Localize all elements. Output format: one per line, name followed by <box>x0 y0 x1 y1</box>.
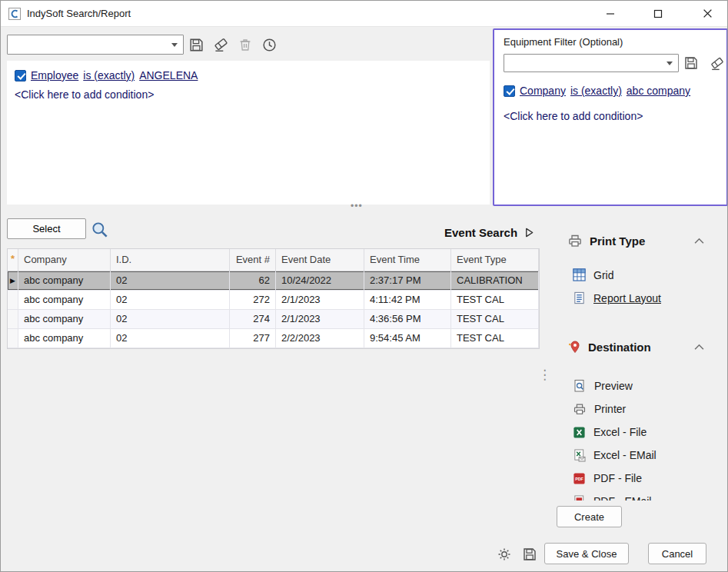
event-search-expander[interactable]: Event Search <box>444 226 535 239</box>
destination-option-printer[interactable]: Printer <box>573 397 723 421</box>
cell-event-type[interactable]: TEST CAL <box>451 329 539 348</box>
cell-event-time[interactable]: 2:37:17 PM <box>364 271 451 290</box>
destination-preview-label: Preview <box>594 380 633 392</box>
chevron-down-icon <box>667 62 673 65</box>
destination-header[interactable]: Destination <box>567 340 704 354</box>
cell-event-number[interactable]: 274 <box>230 310 276 328</box>
cell-company[interactable]: abc company <box>18 271 111 290</box>
employee-condition-operator-link[interactable]: is (exactly) <box>83 69 135 81</box>
destination-option-preview[interactable]: Preview <box>573 374 723 397</box>
column-header-company[interactable]: Company <box>18 249 111 271</box>
pdf-email-icon <box>573 495 586 501</box>
splitter-grip-icon: ••• <box>351 201 363 211</box>
clock-icon <box>261 37 278 53</box>
cell-event-time[interactable]: 4:36:56 PM <box>364 310 451 328</box>
cell-id[interactable]: 02 <box>111 291 230 309</box>
company-condition-value-link[interactable]: abc company <box>627 85 690 97</box>
table-row[interactable]: ▶ abc company 02 62 10/24/2022 2:37:17 P… <box>8 271 539 291</box>
row-indicator <box>8 291 18 309</box>
table-row[interactable]: abc company 02 272 2/1/2023 4:11:42 PM T… <box>8 291 539 310</box>
save-icon <box>188 37 204 53</box>
row-indicator: ▶ <box>8 271 18 290</box>
company-condition-row: Company is (exactly) abc company <box>504 82 690 99</box>
cell-company[interactable]: abc company <box>18 310 111 328</box>
expand-right-icon <box>524 227 535 238</box>
save-search-button[interactable] <box>186 35 206 55</box>
clear-search-button[interactable] <box>211 35 231 55</box>
cell-event-number[interactable]: 277 <box>230 329 276 348</box>
employee-condition-value-link[interactable]: ANGELENA <box>139 69 198 81</box>
employee-condition-checkbox[interactable] <box>15 70 26 81</box>
history-button[interactable] <box>259 35 279 55</box>
equipment-filter-save-button[interactable] <box>681 53 701 73</box>
destination-excel-file-label: Excel - File <box>593 426 647 438</box>
add-condition-link[interactable]: <Click here to add condition> <box>15 88 482 101</box>
select-button[interactable]: Select <box>7 218 86 239</box>
cell-id[interactable]: 02 <box>111 310 230 328</box>
save-and-close-button[interactable]: Save & Close <box>544 543 629 564</box>
column-header-event-number[interactable]: Event # <box>230 249 276 271</box>
grid-header-row: * Company I.D. Event # Event Date Event … <box>8 249 539 271</box>
close-button[interactable] <box>688 1 727 26</box>
print-type-title: Print Type <box>590 234 687 248</box>
employee-condition-field-link[interactable]: Employee <box>31 69 78 81</box>
cell-company[interactable]: abc company <box>18 329 111 348</box>
company-condition-field-link[interactable]: Company <box>520 85 566 97</box>
save-settings-button[interactable] <box>520 544 540 564</box>
eraser-icon <box>212 36 229 53</box>
destination-option-pdf-file[interactable]: PDF PDF - File <box>573 467 723 490</box>
cancel-button[interactable]: Cancel <box>648 543 706 564</box>
cell-event-type[interactable]: TEST CAL <box>451 310 539 328</box>
saved-search-combobox[interactable] <box>7 35 184 55</box>
print-type-option-grid[interactable]: Grid <box>573 268 613 281</box>
column-header-id[interactable]: I.D. <box>111 249 230 271</box>
equipment-add-condition-link[interactable]: <Click here to add condition> <box>504 110 643 122</box>
cell-event-date[interactable]: 2/1/2023 <box>276 291 364 309</box>
company-condition-operator-link[interactable]: is (exactly) <box>570 85 622 97</box>
destination-option-excel-email[interactable]: Excel - EMail <box>573 444 723 467</box>
cell-event-number[interactable]: 62 <box>230 271 276 290</box>
printer-icon <box>567 233 583 248</box>
table-row[interactable]: abc company 02 277 2/2/2023 9:54:45 AM T… <box>8 329 539 348</box>
vertical-splitter[interactable]: ⋮ <box>538 362 550 390</box>
event-search-label: Event Search <box>444 226 517 239</box>
cell-event-time[interactable]: 4:11:42 PM <box>364 291 451 309</box>
splitter-grip-icon: ⋮ <box>538 367 551 382</box>
preview-icon <box>573 379 587 393</box>
destination-pdf-file-label: PDF - File <box>593 472 642 484</box>
equipment-filter-combobox[interactable] <box>504 54 679 72</box>
column-header-event-date[interactable]: Event Date <box>276 249 364 271</box>
cell-event-number[interactable]: 272 <box>230 291 276 309</box>
cell-company[interactable]: abc company <box>18 291 111 309</box>
delete-search-button[interactable] <box>235 35 255 55</box>
minimize-button[interactable] <box>593 1 628 26</box>
settings-button[interactable] <box>494 544 514 564</box>
destination-option-excel-file[interactable]: Excel - File <box>573 421 723 444</box>
horizontal-splitter[interactable]: ••• <box>1 203 728 214</box>
equipment-filter-clear-button[interactable] <box>706 53 726 73</box>
print-type-grid-label: Grid <box>593 269 613 281</box>
cell-id[interactable]: 02 <box>111 271 230 290</box>
grid-corner-star: * <box>8 249 18 271</box>
run-search-button[interactable] <box>89 219 111 241</box>
maximize-button[interactable] <box>640 1 676 26</box>
grid-body: ▶ abc company 02 62 10/24/2022 2:37:17 P… <box>8 271 539 348</box>
cell-id[interactable]: 02 <box>111 329 230 348</box>
destination-option-pdf-email[interactable]: PDF - EMail <box>573 490 723 500</box>
column-header-event-type[interactable]: Event Type <box>451 249 539 271</box>
column-header-event-time[interactable]: Event Time <box>364 249 451 271</box>
cell-event-date[interactable]: 10/24/2022 <box>276 271 364 290</box>
cell-event-type[interactable]: TEST CAL <box>451 291 539 309</box>
chevron-up-icon <box>694 344 704 351</box>
table-row[interactable]: abc company 02 274 2/1/2023 4:36:56 PM T… <box>8 310 539 329</box>
create-button[interactable]: Create <box>557 506 622 527</box>
cell-event-date[interactable]: 2/1/2023 <box>276 310 364 328</box>
print-type-option-report-layout[interactable]: Report Layout <box>573 291 661 304</box>
print-type-header[interactable]: Print Type <box>567 233 704 248</box>
cell-event-date[interactable]: 2/2/2023 <box>276 329 364 348</box>
cell-event-type[interactable]: CALIBRATION <box>451 271 539 290</box>
destination-excel-email-label: Excel - EMail <box>593 449 657 461</box>
chevron-down-icon <box>171 43 178 47</box>
cell-event-time[interactable]: 9:54:45 AM <box>364 329 451 348</box>
company-condition-checkbox[interactable] <box>504 85 515 97</box>
